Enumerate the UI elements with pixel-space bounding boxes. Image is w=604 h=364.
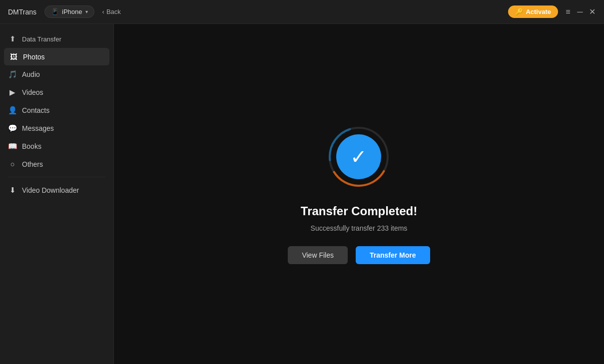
titlebar-left: DMTrans 📱 iPhone ▾ ‹ Back	[8, 5, 121, 18]
sidebar-item-audio[interactable]: 🎵 Audio	[0, 65, 113, 83]
checkmark-icon: ✓	[350, 147, 367, 167]
close-button[interactable]: ✕	[588, 8, 596, 16]
sidebar-data-transfer-label: Data Transfer	[22, 35, 61, 43]
minimize-button[interactable]: ─	[576, 8, 584, 16]
sidebar-item-others[interactable]: ○ Others	[0, 155, 113, 173]
success-container: ✓ Transfer Completed! Successfully trans…	[288, 124, 430, 264]
back-arrow-icon: ‹	[102, 8, 104, 15]
chevron-down-icon: ▾	[85, 9, 88, 14]
sidebar-others-label: Others	[22, 160, 43, 168]
titlebar: DMTrans 📱 iPhone ▾ ‹ Back 🔑 Activate ≡ ─…	[0, 0, 604, 24]
sidebar-item-video-downloader[interactable]: ⬇ Video Downloader	[0, 181, 113, 199]
books-icon: 📖	[8, 142, 17, 151]
sidebar-item-videos[interactable]: ▶ Videos	[0, 83, 113, 101]
back-button[interactable]: ‹ Back	[102, 8, 121, 15]
sidebar-books-label: Books	[22, 142, 41, 150]
transfer-subtitle: Successfully transfer 233 items	[311, 224, 408, 232]
sidebar-videos-label: Videos	[22, 88, 43, 96]
transfer-title: Transfer Completed!	[301, 204, 417, 218]
video-downloader-icon: ⬇	[8, 186, 17, 195]
data-transfer-icon: ⬆	[8, 34, 17, 43]
titlebar-right: 🔑 Activate ≡ ─ ✕	[508, 5, 596, 18]
contacts-icon: 👤	[8, 106, 17, 115]
sidebar-divider	[8, 177, 105, 177]
sidebar-item-messages[interactable]: 💬 Messages	[0, 119, 113, 137]
main-layout: ⬆ Data Transfer 🖼 Photos 🎵 Audio ▶ Video…	[0, 24, 604, 364]
sidebar: ⬆ Data Transfer 🖼 Photos 🎵 Audio ▶ Video…	[0, 24, 114, 364]
sidebar-messages-label: Messages	[22, 124, 54, 132]
sidebar-item-data-transfer[interactable]: ⬆ Data Transfer	[0, 30, 113, 48]
device-selector[interactable]: 📱 iPhone ▾	[44, 5, 94, 18]
menu-button[interactable]: ≡	[564, 8, 572, 16]
content-area: ✓ Transfer Completed! Successfully trans…	[114, 24, 604, 364]
phone-icon: 📱	[51, 8, 59, 15]
device-label: iPhone	[62, 8, 82, 15]
sidebar-contacts-label: Contacts	[22, 106, 49, 114]
key-icon: 🔑	[515, 8, 523, 15]
success-circle: ✓	[336, 134, 381, 179]
sidebar-audio-label: Audio	[22, 70, 40, 78]
view-files-button[interactable]: View Files	[288, 246, 348, 264]
photos-icon: 🖼	[9, 52, 18, 61]
activate-label: Activate	[526, 8, 551, 15]
back-label: Back	[106, 8, 121, 15]
action-buttons: View Files Transfer More	[288, 246, 430, 264]
audio-icon: 🎵	[8, 70, 17, 79]
sidebar-item-photos[interactable]: 🖼 Photos	[4, 48, 109, 65]
window-controls: ≡ ─ ✕	[564, 8, 596, 16]
sidebar-photos-label: Photos	[23, 53, 45, 61]
videos-icon: ▶	[8, 88, 17, 97]
sidebar-video-downloader-label: Video Downloader	[22, 186, 79, 194]
check-circle-wrapper: ✓	[326, 124, 391, 189]
sidebar-item-contacts[interactable]: 👤 Contacts	[0, 101, 113, 119]
activate-button[interactable]: 🔑 Activate	[508, 5, 558, 18]
others-icon: ○	[8, 160, 17, 168]
transfer-more-button[interactable]: Transfer More	[356, 246, 430, 264]
messages-icon: 💬	[8, 124, 17, 133]
app-title: DMTrans	[8, 8, 36, 16]
sidebar-item-books[interactable]: 📖 Books	[0, 137, 113, 155]
